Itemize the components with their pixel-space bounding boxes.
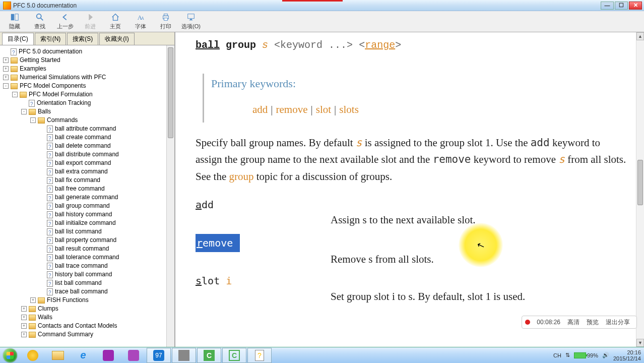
toolbar-font[interactable]: AA字体 xyxy=(128,12,153,31)
clock[interactable]: 20:16 2015/12/14 xyxy=(613,349,641,361)
tree-item[interactable]: ball generate command xyxy=(1,193,173,202)
tree-item[interactable]: -PFC Model Components xyxy=(1,82,173,90)
group-topic-link[interactable]: group xyxy=(229,170,253,183)
expand-icon[interactable]: + xyxy=(21,306,27,312)
tree-item[interactable]: ball delete command xyxy=(1,142,173,150)
taskbar-app-purple1[interactable] xyxy=(96,348,120,363)
tree-item[interactable]: ball create command xyxy=(1,133,173,142)
system-tray[interactable]: CH ⇅ 99% 🔊 20:16 2015/12/14 xyxy=(549,349,644,361)
network-icon[interactable]: ⇅ xyxy=(565,352,570,358)
taskbar-app-purple2[interactable] xyxy=(121,348,146,363)
tree-item[interactable]: +Walls xyxy=(1,313,173,322)
collapse-icon[interactable]: - xyxy=(21,109,27,114)
tab-contents[interactable]: 目录(C) xyxy=(2,33,34,45)
tree-item[interactable]: Orientation Tracking xyxy=(1,99,173,107)
battery-widget[interactable]: 99% xyxy=(574,352,598,358)
minimize-button[interactable]: — xyxy=(601,2,614,10)
tree-item[interactable]: -Commands xyxy=(1,116,173,125)
tree-item[interactable]: PFC 5.0 documentation xyxy=(1,47,173,56)
expand-icon[interactable]: + xyxy=(21,323,27,329)
contents-tree[interactable]: PFC 5.0 documentation+Getting Started+Ex… xyxy=(0,45,174,341)
tree-scrollbar[interactable] xyxy=(166,45,174,347)
document-icon xyxy=(47,126,53,133)
ime-indicator[interactable]: CH xyxy=(553,352,561,358)
expand-icon[interactable]: + xyxy=(3,75,9,80)
tree-item[interactable]: +Getting Started xyxy=(1,56,173,65)
primary-key-add[interactable]: add xyxy=(252,103,268,115)
taskbar-app-green1[interactable]: C xyxy=(197,348,221,363)
taskbar-app-blue[interactable]: 97 xyxy=(147,348,171,363)
start-button[interactable] xyxy=(0,347,20,364)
tree-item[interactable]: ball free command xyxy=(1,185,173,193)
taskbar-app-1[interactable] xyxy=(21,348,45,363)
record-hq[interactable]: 高清 xyxy=(567,318,579,327)
tab-index[interactable]: 索引(N) xyxy=(35,33,67,45)
volume-icon[interactable]: 🔊 xyxy=(602,352,609,358)
tree-item[interactable]: ball trace command xyxy=(1,262,173,270)
tree-item[interactable]: +FISH Functions xyxy=(1,296,173,305)
tree-item[interactable]: ball distribute command xyxy=(1,150,173,159)
collapse-icon[interactable]: - xyxy=(12,92,18,97)
tree-item[interactable]: ball history command xyxy=(1,210,173,219)
tree-item[interactable]: ball tolerance command xyxy=(1,253,173,262)
folder-icon xyxy=(29,306,36,312)
tree-item[interactable]: +Examples xyxy=(1,65,173,73)
scroll-thumb[interactable] xyxy=(637,160,643,205)
tree-item[interactable]: ball property command xyxy=(1,236,173,245)
tree-item[interactable]: ball group command xyxy=(1,202,173,210)
tree-item[interactable]: ball extra command xyxy=(1,167,173,176)
tree-item[interactable]: +Command Summary xyxy=(1,330,173,339)
toolbar: 隐藏查找上一步前进主页AA字体打印选项(O) xyxy=(0,11,644,32)
tree-item[interactable]: +Contacts and Contact Models xyxy=(1,322,173,330)
tree-item[interactable]: -Balls xyxy=(1,107,173,116)
primary-key-remove[interactable]: remove xyxy=(276,103,308,115)
primary-key-slot[interactable]: slot xyxy=(316,103,331,115)
tree-item[interactable]: history ball command xyxy=(1,270,173,279)
tree-item[interactable]: ball export command xyxy=(1,159,173,167)
expand-icon[interactable]: + xyxy=(21,315,27,320)
windows-logo-icon xyxy=(3,348,17,362)
tree-item[interactable]: +Clumps xyxy=(1,305,173,313)
recording-overlay[interactable]: 00:08:26 高清 预览 退出分享 xyxy=(522,316,637,329)
primary-key-slots[interactable]: slots xyxy=(339,103,359,115)
expand-icon[interactable]: + xyxy=(3,57,9,63)
tree-item[interactable]: ball fix command xyxy=(1,176,173,185)
taskbar-explorer[interactable] xyxy=(46,348,70,363)
expand-icon[interactable]: + xyxy=(21,332,27,337)
toolbar-hide[interactable]: 隐藏 xyxy=(2,12,27,31)
cmd-ball[interactable]: ball xyxy=(196,39,220,51)
tree-item[interactable]: trace ball command xyxy=(1,287,173,296)
scroll-up-icon[interactable]: ▲ xyxy=(636,32,644,40)
record-preview[interactable]: 预览 xyxy=(587,318,599,327)
tree-item[interactable]: ball attribute command xyxy=(1,125,173,133)
tree-scroll-thumb[interactable] xyxy=(168,47,173,138)
content-scrollbar[interactable]: ▲ ▼ xyxy=(636,32,644,347)
tab-search[interactable]: 搜索(S) xyxy=(67,33,98,45)
scroll-track[interactable] xyxy=(636,40,644,339)
taskbar-ie[interactable]: e xyxy=(71,348,95,363)
toolbar-find[interactable]: 查找 xyxy=(27,12,52,31)
toolbar-home[interactable]: 主页 xyxy=(103,12,128,31)
expand-icon[interactable]: + xyxy=(30,297,36,303)
taskbar-help[interactable]: ? xyxy=(247,348,272,363)
tree-item[interactable]: -PFC Model Formulation xyxy=(1,90,173,99)
collapse-icon[interactable]: - xyxy=(3,83,9,89)
tree-item[interactable]: +Numerical Simulations with PFC xyxy=(1,73,173,82)
close-button[interactable]: ✕ xyxy=(629,2,642,10)
maximize-button[interactable]: ☐ xyxy=(615,2,628,10)
collapse-icon[interactable]: - xyxy=(30,117,36,123)
taskbar-app-gray[interactable] xyxy=(172,348,196,363)
tree-item[interactable]: ball result command xyxy=(1,245,173,253)
toolbar-print[interactable]: 打印 xyxy=(153,12,178,31)
tree-item[interactable]: ball list command xyxy=(1,227,173,236)
scroll-down-icon[interactable]: ▼ xyxy=(636,339,644,347)
tree-item[interactable]: list ball command xyxy=(1,279,173,287)
cmd-range-link[interactable]: range xyxy=(365,39,395,51)
taskbar-app-green2[interactable]: C xyxy=(222,348,246,363)
tree-item[interactable]: ball initialize command xyxy=(1,219,173,227)
tab-favorites[interactable]: 收藏夹(I) xyxy=(99,33,134,45)
toolbar-back[interactable]: 上一步 xyxy=(52,12,78,31)
record-exit[interactable]: 退出分享 xyxy=(606,318,630,327)
expand-icon[interactable]: + xyxy=(3,66,9,72)
toolbar-options[interactable]: 选项(O) xyxy=(178,12,204,31)
